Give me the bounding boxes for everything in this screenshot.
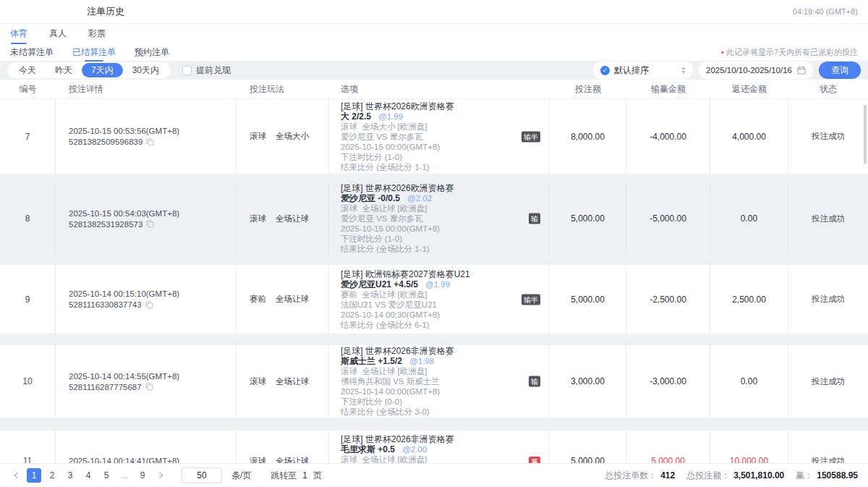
bet-id: 5281382509596839 bbox=[69, 137, 142, 146]
col-header-status: 状态 bbox=[788, 80, 868, 98]
tab-lottery[interactable]: 彩票 bbox=[87, 23, 107, 44]
total-stake-value: 3,501,810.00 bbox=[733, 470, 784, 480]
option-cell: [足球] 世界杯2026非洲资格赛 斯威士兰 +1.5/2 @1.98 滚球 全… bbox=[329, 345, 550, 418]
sort-dropdown[interactable]: 默认排序 bbox=[593, 62, 693, 79]
option-extra-lines: 下注时比分 (1-0)结果比分 (全场比分 1-1) bbox=[341, 152, 430, 172]
range-7days[interactable]: 7天内 bbox=[82, 63, 123, 77]
range-30days[interactable]: 30天内 bbox=[123, 63, 169, 77]
option-extra-line: 下注时比分 (0-0) bbox=[341, 397, 430, 407]
play-market: 全场大小 bbox=[276, 131, 309, 142]
bet-id-line: 5281116287775687 bbox=[69, 383, 153, 391]
option-extra-line: 结果比分 (全场比分 1-1) bbox=[341, 244, 430, 254]
scrollbar-thumb[interactable] bbox=[864, 105, 867, 164]
sort-label: 默认排序 bbox=[614, 64, 649, 77]
bet-history-page: 注单历史 04:19:40 (GMT+8) 体育 真人 彩票 未结算注单 已结算… bbox=[0, 0, 868, 487]
range-yesterday[interactable]: 昨天 bbox=[46, 63, 82, 77]
result-badge: 赢 bbox=[529, 457, 540, 463]
early-cashout-checkbox-group[interactable]: 提前兑现 bbox=[182, 64, 231, 77]
subtab-unsettled[interactable]: 未结算注单 bbox=[9, 43, 55, 62]
bet-detail-cell: 2025-10-14 00:15:10(GMT+8) 5281116330837… bbox=[56, 265, 237, 334]
bet-id: 5281116287775687 bbox=[69, 383, 142, 391]
bet-detail-cell: 2025-10-15 00:53:56(GMT+8) 5281382509596… bbox=[56, 99, 237, 174]
totals-summary: 总投注单数： 412 总投注额： 3,501,810.00 赢： 150588.… bbox=[605, 470, 858, 482]
total-win: 赢： 150588.95 bbox=[796, 470, 858, 482]
total-stake-label: 总投注额： bbox=[686, 470, 730, 482]
page-size-input[interactable]: 50 bbox=[182, 467, 222, 483]
tab-live[interactable]: 真人 bbox=[48, 23, 68, 44]
status-cell: 投注成功 bbox=[788, 431, 868, 463]
prev-page-icon[interactable] bbox=[9, 468, 23, 483]
col-header-detail: 投注详情 bbox=[56, 80, 237, 98]
topbar: 注单历史 04:19:40 (GMT+8) bbox=[0, 0, 868, 24]
market-line: 滚球 全场让球 [欧洲盘] bbox=[341, 454, 427, 463]
refund-cell: 0.00 bbox=[710, 182, 788, 255]
play-type-cell: 滚球 全场让球 bbox=[237, 345, 329, 418]
bet-time: 2025-10-14 00:14:55(GMT+8) bbox=[69, 372, 179, 381]
tab-sports[interactable]: 体育 bbox=[9, 23, 29, 44]
option-extra-lines: 下注时比分 (0-0)结果比分 (全场比分 3-0) bbox=[341, 397, 430, 417]
page-button-4[interactable]: 4 bbox=[81, 468, 95, 483]
league-name: [足球] 世界杯2026非洲资格赛 bbox=[341, 434, 454, 444]
total-count-label: 总投注单数： bbox=[605, 470, 657, 482]
pick-odds: @1.99 bbox=[378, 111, 403, 122]
pick-line: 毛里求斯 +0.5 @2.00 bbox=[341, 444, 427, 454]
status-cell: 投注成功 bbox=[788, 345, 868, 418]
play-market: 全场让球 bbox=[276, 376, 309, 387]
pick-selection: 毛里求斯 +0.5 bbox=[341, 444, 395, 454]
row-number-cell: 8 bbox=[0, 182, 56, 255]
early-cashout-label: 提前兑现 bbox=[196, 64, 231, 77]
page-button-3[interactable]: 3 bbox=[63, 468, 77, 483]
page-button-2[interactable]: 2 bbox=[45, 468, 59, 483]
copy-icon[interactable] bbox=[145, 301, 153, 309]
bet-time: 2025-10-15 00:54:03(GMT+8) bbox=[69, 209, 179, 218]
bet-time: 2025-10-14 00:15:10(GMT+8) bbox=[69, 289, 179, 298]
option-cell: [足球] 世界杯2026非洲资格赛 毛里求斯 +0.5 @2.00 滚球 全场让… bbox=[329, 431, 550, 463]
play-market: 全场让球 bbox=[276, 456, 309, 464]
status-cell: 投注成功 bbox=[788, 99, 868, 174]
play-market: 全场让球 bbox=[276, 294, 309, 305]
subtab-reserved[interactable]: 预约注单 bbox=[133, 43, 171, 62]
jump-value[interactable]: 1 bbox=[302, 470, 307, 480]
bet-detail-cell: 2025-10-14 00:14:55(GMT+8) 5281116287775… bbox=[56, 345, 237, 418]
status-cell: 投注成功 bbox=[788, 265, 868, 334]
table-row: 7 2025-10-15 00:53:56(GMT+8) 52813825095… bbox=[0, 99, 868, 174]
table-body: 7 2025-10-15 00:53:56(GMT+8) 52813825095… bbox=[0, 99, 868, 463]
pick-odds: @1.99 bbox=[425, 279, 450, 289]
league-name: [足球] 欧洲锦标赛2027资格赛U21 bbox=[341, 269, 470, 279]
win-loss-cell: -4,000.00 bbox=[626, 99, 710, 174]
play-phase: 滚球 bbox=[250, 456, 266, 464]
play-phase: 滚球 bbox=[250, 376, 266, 387]
date-range-picker[interactable]: 2025/10/10-2025/10/16 bbox=[699, 62, 813, 79]
stake-cell: 5,000.00 bbox=[550, 265, 626, 334]
pick-odds: @1.98 bbox=[409, 356, 434, 366]
result-badge: 输 bbox=[529, 213, 540, 224]
pick-selection: 大 2/2.5 bbox=[341, 111, 371, 122]
play-type-cell: 滚球 全场让球 bbox=[237, 182, 329, 255]
pick-line: 爱沙尼亚U21 +4.5/5 @1.99 bbox=[341, 279, 450, 289]
col-header-no: 编号 bbox=[0, 80, 56, 98]
copy-icon[interactable] bbox=[145, 383, 153, 391]
early-cashout-checkbox[interactable] bbox=[182, 66, 192, 75]
stake-cell: 3,000.00 bbox=[550, 345, 626, 418]
pagination: 12345...9 50 条/页 跳转至 1 页 bbox=[9, 467, 322, 483]
market-line: 滚球 全场让球 [欧洲盘] bbox=[341, 366, 427, 376]
result-badge: 输 bbox=[529, 376, 540, 387]
calendar-icon bbox=[797, 66, 806, 75]
page-button-9[interactable]: 9 bbox=[135, 468, 150, 483]
option-extra-line: 结果比分 (全场比分 1-1) bbox=[341, 162, 430, 172]
stake-cell: 5,000.00 bbox=[550, 431, 626, 463]
query-button[interactable]: 查询 bbox=[819, 62, 861, 79]
table-row: 11 2025-10-14 00:14:41(GMT+8) 滚球 全场让球 [足… bbox=[0, 431, 868, 463]
pick-selection: 爱沙尼亚 -0/0.5 bbox=[341, 193, 400, 203]
pick-line: 斯威士兰 +1.5/2 @1.98 bbox=[341, 356, 434, 366]
copy-icon[interactable] bbox=[146, 220, 154, 228]
copy-icon[interactable] bbox=[146, 138, 154, 146]
row-number-cell: 9 bbox=[0, 265, 56, 334]
page-button-1[interactable]: 1 bbox=[27, 468, 41, 483]
subtab-settled[interactable]: 已结算注单 bbox=[71, 43, 117, 62]
jump-unit: 页 bbox=[313, 470, 322, 482]
page-button-5[interactable]: 5 bbox=[99, 468, 114, 483]
league-name: [足球] 世界杯2026欧洲资格赛 bbox=[341, 101, 454, 111]
range-today[interactable]: 今天 bbox=[9, 63, 46, 77]
next-page-icon[interactable] bbox=[153, 468, 168, 483]
